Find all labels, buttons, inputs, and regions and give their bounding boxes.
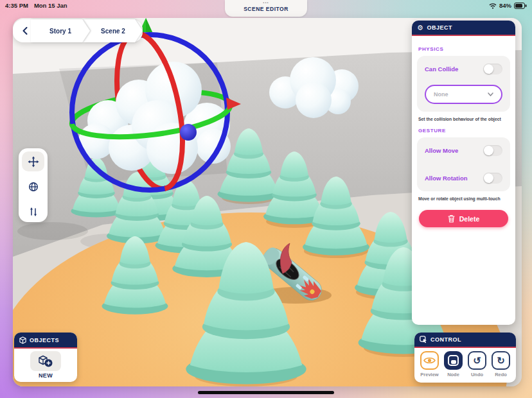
allow-rotation-label: Allow Rotation [425, 175, 468, 182]
undo-button[interactable]: ↺ [468, 351, 486, 370]
trash-icon [448, 214, 455, 223]
status-bar-right: 84% [489, 2, 527, 9]
redo-icon: ↻ [497, 356, 505, 365]
redo-label: Redo [495, 372, 507, 377]
object-panel-title: OBJECT [427, 24, 452, 31]
elevate-tool-button[interactable] [22, 202, 44, 221]
up-down-arrows-icon [28, 207, 39, 217]
can-collide-toggle[interactable] [483, 64, 502, 74]
node-button[interactable] [444, 351, 463, 370]
physics-caption: Set the collision behaviour of the objec… [418, 117, 509, 121]
control-panel-title: CONTROL [430, 336, 461, 343]
object-panel-header: ⚙ OBJECT [412, 21, 515, 36]
add-object-button[interactable] [30, 351, 61, 371]
allow-move-toggle[interactable] [483, 145, 502, 156]
gesture-section-label: GESTURE [418, 128, 509, 134]
physics-card: Can Collide None [417, 56, 510, 112]
clock: 4:35 PM [5, 2, 28, 9]
app-window-tab[interactable]: ••• SCENE EDITOR [225, 0, 307, 17]
cube-icon [19, 336, 26, 344]
breadcrumb-label: Story 1 [49, 28, 71, 35]
preview-button[interactable] [420, 351, 439, 370]
new-cube-plus-icon [38, 355, 53, 368]
objects-panel: OBJECTS NEW [14, 333, 77, 382]
home-indicator[interactable] [198, 391, 334, 394]
objects-panel-title: OBJECTS [30, 337, 59, 343]
transform-toolbar [19, 148, 48, 222]
physics-section-label: PHYSICS [418, 46, 509, 52]
move-tool-button[interactable] [22, 151, 44, 171]
new-object-label: NEW [39, 372, 53, 379]
battery-percent: 84% [499, 2, 511, 9]
control-panel: CONTROL Preview Node ↺ Undo [414, 333, 516, 383]
delete-object-button[interactable]: Delete [419, 210, 508, 227]
preview-label: Preview [420, 372, 438, 377]
chevron-down-icon [488, 92, 493, 96]
toggle-knob [484, 146, 493, 155]
allow-rotation-toggle[interactable] [483, 173, 502, 184]
rotate-globe-icon [28, 182, 39, 192]
node-icon [448, 355, 459, 366]
node-label: Node [447, 372, 459, 377]
wifi-icon [489, 3, 497, 9]
collision-type-value: None [434, 91, 448, 98]
date: Mon 15 Jan [34, 2, 67, 9]
gizmo-handle-sphere[interactable] [180, 124, 197, 141]
breadcrumb-item-scene[interactable]: Scene 2 [84, 19, 143, 42]
status-bar-left: 4:35 PM Mon 15 Jan [5, 2, 67, 9]
breadcrumb-label: Scene 2 [101, 28, 125, 35]
allow-move-label: Allow Move [425, 147, 458, 154]
breadcrumb: Story 1 Scene 2 [13, 19, 143, 42]
delete-label: Delete [459, 215, 480, 223]
window-handle-dots[interactable]: ••• [263, 1, 269, 5]
chevron-left-icon [22, 27, 28, 35]
battery-icon [514, 3, 527, 9]
gear-icon: ⚙ [417, 24, 423, 32]
control-panel-header: CONTROL [414, 333, 516, 348]
gesture-card: Allow Move Allow Rotation [417, 137, 510, 191]
app-title: SCENE EDITOR [244, 6, 288, 12]
eye-icon [423, 356, 436, 365]
redo-button[interactable]: ↻ [492, 351, 510, 370]
rotate-tool-button[interactable] [22, 177, 44, 196]
object-inspector-panel: ⚙ OBJECT PHYSICS Can Collide None Set th… [412, 21, 515, 325]
can-collide-label: Can Collide [425, 65, 458, 73]
toggle-knob [484, 173, 493, 183]
undo-icon: ↺ [473, 356, 481, 365]
objects-panel-header: OBJECTS [14, 333, 77, 349]
collision-type-dropdown[interactable]: None [425, 85, 502, 104]
breadcrumb-item-story[interactable]: Story 1 [31, 19, 90, 42]
gesture-caption: Move or rotate object using multi-touch [418, 196, 509, 201]
toggle-knob [484, 64, 493, 74]
undo-label: Undo [471, 372, 483, 377]
tap-control-icon [420, 336, 427, 343]
floor-shadow [17, 222, 88, 240]
move-icon [28, 156, 39, 168]
